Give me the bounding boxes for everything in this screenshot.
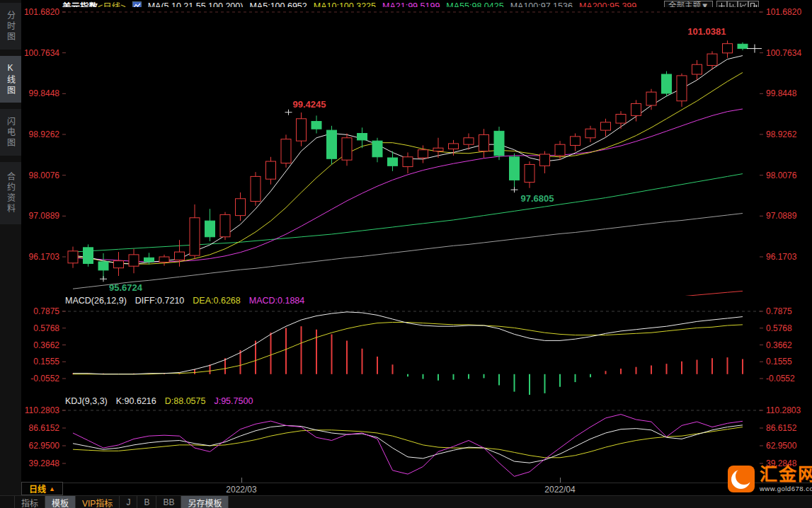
candle xyxy=(251,172,261,206)
macd-histogram xyxy=(73,326,743,395)
candle xyxy=(98,253,108,279)
candle xyxy=(220,212,230,241)
axis-label: 0.3662 xyxy=(21,340,60,350)
candle xyxy=(372,138,382,163)
diff-line xyxy=(73,312,743,374)
axis-label: 0.5768 xyxy=(765,323,809,333)
kdj-d-line xyxy=(73,427,743,458)
tab-templates[interactable]: 模板 xyxy=(45,496,75,508)
macd-chart[interactable] xyxy=(62,306,763,396)
axis-label: 86.6152 xyxy=(21,423,60,433)
ma200-line xyxy=(682,291,743,296)
kdj-j-value: J:95.7500 xyxy=(214,396,253,406)
axis-label: -0.0552 xyxy=(21,374,60,383)
sidebar: 分时图 K线图 闪电图 合约资料 xyxy=(0,0,21,495)
candle xyxy=(358,127,367,148)
axis-label: 101.6820 xyxy=(21,7,60,17)
kdj-d-value: D:88.0575 xyxy=(165,396,206,406)
axis-label: 98.9262 xyxy=(765,129,809,139)
axis-label: 101.6820 xyxy=(765,7,809,17)
x-axis-tick xyxy=(241,478,242,483)
tab-b[interactable]: B xyxy=(137,496,156,508)
main-chart[interactable]: 99.4245101.038195.672497.6805 xyxy=(62,7,763,296)
axis-label: -0.0552 xyxy=(765,374,809,383)
logo-icon xyxy=(728,466,755,492)
axis-label: 0.1555 xyxy=(765,357,809,366)
candle xyxy=(342,134,352,166)
axis-label: 99.8448 xyxy=(21,88,60,98)
axis-label: 97.0889 xyxy=(765,211,809,221)
axis-label: 0.3662 xyxy=(765,340,809,350)
candle xyxy=(175,240,185,267)
candle xyxy=(662,71,672,97)
chart-application: 分时图 K线图 闪电图 合约资料 美元指数<日线> MA(5,10,21,55,… xyxy=(0,0,812,508)
logo-url: www.gold678.com xyxy=(760,485,812,492)
axis-label: 0.5768 xyxy=(21,323,60,333)
candle xyxy=(281,134,291,167)
candle xyxy=(723,40,733,57)
axis-label: 86.6152 xyxy=(765,423,809,433)
candle xyxy=(555,141,565,160)
candle xyxy=(540,151,550,173)
candle xyxy=(616,111,626,129)
price-annotation: 95.6724 xyxy=(109,282,143,293)
bottom-toolbar: 指标 模板 VIP指标 J B BB 另存模板 xyxy=(0,495,812,508)
axis-label: 39.2848 xyxy=(21,458,60,468)
x-axis-date-label: 2022/03 xyxy=(222,485,261,495)
candle xyxy=(631,100,641,121)
period-selector[interactable]: 日线 ▲ xyxy=(21,482,63,495)
x-axis-tick xyxy=(560,478,561,483)
candle xyxy=(114,252,124,276)
candle xyxy=(738,42,748,50)
period-arrow-icon: ▲ xyxy=(49,485,55,492)
macd-macd-value: MACD:0.1884 xyxy=(249,296,305,306)
price-annotation: 101.0381 xyxy=(687,26,726,37)
macd-dea-value: DEA:0.6268 xyxy=(193,296,240,306)
price-axis-left: 101.6820100.763499.844898.926298.007697.… xyxy=(21,0,60,495)
candle xyxy=(571,134,581,151)
ma100-line xyxy=(73,214,743,289)
axis-label: 62.9500 xyxy=(21,441,60,451)
kdj-chart[interactable] xyxy=(62,408,763,483)
candle xyxy=(403,152,413,173)
axis-label: 62.9500 xyxy=(765,441,809,451)
candle xyxy=(311,115,321,133)
price-annotation: 99.4245 xyxy=(293,99,326,110)
sidebar-item-kline-chart[interactable]: K线图 xyxy=(0,56,21,103)
candle xyxy=(494,127,504,160)
macd-diff-value: DIFF:0.7210 xyxy=(135,296,184,306)
price-axis-right: 101.6820100.763499.844898.926298.007697.… xyxy=(765,0,809,495)
candle xyxy=(646,89,656,110)
ma21-line xyxy=(73,109,743,262)
tab-vip-indicators[interactable]: VIP指标 xyxy=(75,496,119,508)
candle xyxy=(159,255,169,266)
candle xyxy=(677,74,687,107)
sidebar-item-contract-info[interactable]: 合约资料 xyxy=(0,162,21,224)
candlesticks xyxy=(68,40,748,279)
candle xyxy=(68,247,78,268)
tab-bb[interactable]: BB xyxy=(156,496,181,508)
kdj-k-value: K:90.6216 xyxy=(116,396,156,406)
axis-label: 0.1555 xyxy=(21,357,60,366)
candle xyxy=(297,112,307,146)
candle xyxy=(327,126,337,165)
candle xyxy=(84,244,93,266)
sidebar-item-time-chart[interactable]: 分时图 xyxy=(0,3,21,50)
axis-label: 98.9262 xyxy=(21,129,60,139)
axis-label: 110.2803 xyxy=(21,405,60,415)
axis-label: 96.1703 xyxy=(21,252,60,262)
candle xyxy=(601,119,611,137)
axis-label: 110.2803 xyxy=(765,405,809,415)
logo-title: 汇金网 xyxy=(760,466,812,483)
candle xyxy=(266,157,276,185)
candle xyxy=(525,161,534,188)
tab-save-template[interactable]: 另存模板 xyxy=(181,496,229,508)
axis-label: 97.0889 xyxy=(21,211,60,221)
sidebar-item-lightning-chart[interactable]: 闪电图 xyxy=(0,109,21,156)
tab-j[interactable]: J xyxy=(119,496,137,508)
axis-label: 100.7634 xyxy=(21,48,60,58)
candle xyxy=(129,249,139,274)
tab-indicators[interactable]: 指标 xyxy=(14,496,45,508)
axis-label: 98.0076 xyxy=(21,171,60,180)
kdj-k-line xyxy=(73,425,743,463)
